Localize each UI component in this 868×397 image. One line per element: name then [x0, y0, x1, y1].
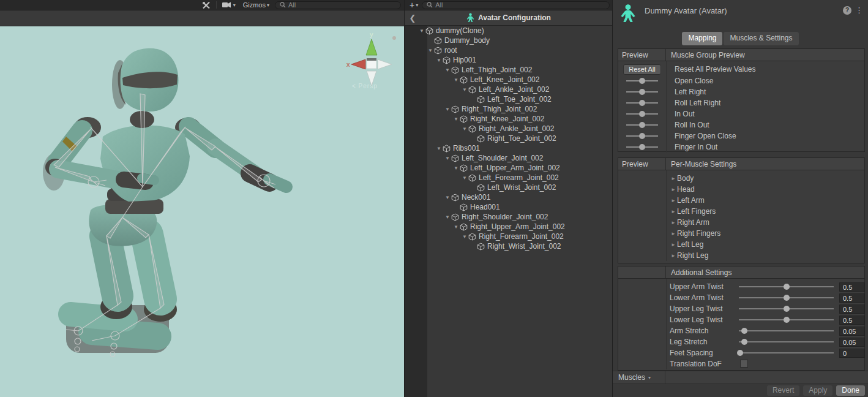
expand-arrow-icon[interactable]: ▼ — [452, 224, 460, 230]
muscle-group-row[interactable]: ►Right Leg — [618, 250, 864, 261]
tree-item[interactable]: ▼Right_Ankle_Joint_002 — [405, 124, 612, 134]
muscle-group-row[interactable]: ►Right Arm — [618, 217, 864, 228]
axis-y-cone[interactable] — [366, 39, 377, 55]
muscle-group-row[interactable]: ►Left Fingers — [618, 206, 864, 217]
muscle-group-row[interactable]: ►Left Arm — [618, 195, 864, 206]
slider-thumb[interactable] — [639, 111, 645, 117]
setting-value-field[interactable]: 0.05 — [839, 338, 865, 347]
expand-arrow-icon[interactable]: ▼ — [435, 146, 443, 151]
setting-value-field[interactable]: 0.5 — [839, 282, 865, 292]
setting-slider[interactable] — [739, 282, 834, 291]
muscle-preview-slider[interactable] — [626, 132, 658, 140]
tab-muscles-settings[interactable]: Muscles & Settings — [724, 32, 798, 45]
foldout-arrow-icon[interactable]: ► — [671, 209, 677, 214]
foldout-arrow-icon[interactable]: ► — [671, 198, 677, 203]
tree-item[interactable]: ▼Left_Upper_Arm_Joint_002 — [405, 163, 612, 173]
camera-view-button[interactable]: ▾ — [220, 1, 238, 10]
setting-slider[interactable] — [739, 316, 834, 324]
axis-x-cone[interactable] — [351, 59, 365, 69]
tree-item[interactable]: Right_Wrist_Joint_002 — [405, 241, 612, 251]
tree-item[interactable]: ▼Left_Forearm_Joint_002 — [405, 173, 612, 183]
tab-mapping[interactable]: Mapping — [682, 32, 722, 45]
slider-thumb[interactable] — [741, 339, 747, 345]
tree-item[interactable]: ▼Right_Thigh_Joint_002 — [405, 104, 612, 114]
tree-item[interactable]: Right_Toe_Joint_002 — [405, 134, 612, 143]
expand-arrow-icon[interactable]: ▼ — [435, 58, 443, 63]
expand-arrow-icon[interactable]: ▼ — [461, 126, 468, 132]
expand-arrow-icon[interactable]: ▼ — [461, 234, 468, 240]
tree-item[interactable]: ▼Left_Knee_Joint_002 — [405, 75, 612, 85]
muscle-preview-slider[interactable] — [626, 110, 658, 118]
foldout-arrow-icon[interactable]: ► — [671, 220, 677, 225]
expand-arrow-icon[interactable]: ▼ — [452, 77, 460, 83]
scene-search-input[interactable]: All — [275, 1, 401, 9]
slider-thumb[interactable] — [784, 295, 790, 301]
tree-item[interactable]: Head001 — [405, 202, 612, 212]
back-chevron-icon[interactable]: ❮ — [405, 13, 421, 23]
tree-item[interactable]: ▼dummy(Clone) — [405, 26, 612, 36]
slider-thumb[interactable] — [639, 100, 645, 106]
tree-item[interactable]: ▼Right_Shoulder_Joint_002 — [405, 212, 612, 222]
muscles-dropdown[interactable]: Muscles ▾ — [613, 371, 665, 384]
muscle-group-row[interactable]: ►Head — [618, 184, 864, 195]
setting-slider[interactable] — [739, 293, 834, 302]
muscle-preview-slider[interactable] — [626, 99, 658, 107]
setting-value-field[interactable]: 0.5 — [839, 316, 865, 325]
perspective-label[interactable]: < Persp — [352, 83, 378, 89]
tree-item[interactable]: ▼Left_Shoulder_Joint_002 — [405, 153, 612, 163]
slider-thumb[interactable] — [737, 350, 743, 356]
slider-thumb[interactable] — [741, 328, 747, 334]
foldout-arrow-icon[interactable]: ► — [671, 176, 677, 181]
slider-thumb[interactable] — [639, 133, 645, 139]
setting-value-field[interactable]: 0 — [839, 349, 865, 358]
tree-item[interactable]: ▼Left_Thigh_Joint_002 — [405, 65, 612, 75]
slider-thumb[interactable] — [784, 317, 790, 323]
expand-arrow-icon[interactable]: ▼ — [444, 107, 451, 112]
add-object-button[interactable]: + ▾ — [410, 1, 418, 10]
reset-all-button[interactable]: Reset All — [623, 64, 660, 75]
slider-thumb[interactable] — [784, 306, 790, 312]
expand-arrow-icon[interactable]: ▼ — [461, 175, 468, 181]
expand-arrow-icon[interactable]: ▼ — [444, 195, 451, 200]
setting-value-field[interactable]: 0.5 — [839, 304, 865, 314]
expand-arrow-icon[interactable]: ▼ — [452, 116, 460, 122]
muscle-preview-slider[interactable] — [626, 121, 658, 129]
tree-item[interactable]: ▼Right_Knee_Joint_002 — [405, 114, 612, 124]
translation-dof-checkbox[interactable] — [740, 360, 748, 368]
setting-value-field[interactable]: 0.05 — [839, 327, 865, 336]
expand-arrow-icon[interactable]: ▼ — [427, 48, 434, 53]
tree-item[interactable]: ▼Right_Upper_Arm_Joint_002 — [405, 222, 612, 232]
foldout-arrow-icon[interactable]: ► — [671, 242, 677, 248]
expand-arrow-icon[interactable]: ▼ — [444, 214, 451, 220]
tree-item[interactable]: ▼Hip001 — [405, 55, 612, 65]
expand-arrow-icon[interactable]: ▼ — [461, 87, 468, 93]
slider-thumb[interactable] — [784, 284, 790, 290]
muscle-preview-slider[interactable] — [626, 143, 658, 151]
tree-item[interactable]: ▼root — [405, 45, 612, 55]
expand-arrow-icon[interactable]: ▼ — [452, 165, 460, 171]
scene-viewport[interactable]: y x < Persp — [0, 26, 404, 397]
expand-arrow-icon[interactable]: ▼ — [444, 156, 451, 161]
tree-item[interactable]: ▼Neck001 — [405, 192, 612, 202]
slider-thumb[interactable] — [639, 78, 645, 84]
hierarchy-search-input[interactable]: All — [422, 1, 610, 9]
foldout-arrow-icon[interactable]: ► — [671, 231, 677, 236]
tools-button[interactable] — [200, 1, 212, 10]
setting-slider[interactable] — [739, 327, 834, 335]
expand-arrow-icon[interactable]: ▼ — [444, 67, 451, 73]
tree-item[interactable]: ▼Ribs001 — [405, 143, 612, 153]
done-button[interactable]: Done — [836, 385, 865, 396]
muscle-preview-slider[interactable] — [626, 77, 658, 85]
muscle-group-row[interactable]: ►Left Leg — [618, 239, 864, 250]
expand-arrow-icon[interactable]: ▼ — [418, 28, 425, 34]
setting-slider[interactable] — [739, 338, 834, 346]
muscle-group-row[interactable]: ►Right Fingers — [618, 228, 864, 239]
slider-thumb[interactable] — [639, 144, 645, 150]
slider-thumb[interactable] — [639, 122, 645, 128]
tree-item[interactable]: Left_Wrist_Joint_002 — [405, 183, 612, 192]
axis-neg-cone-right[interactable] — [378, 59, 392, 69]
foldout-arrow-icon[interactable]: ► — [671, 253, 677, 259]
gizmos-dropdown[interactable]: Gizmos ▾ — [241, 1, 271, 10]
setting-slider[interactable] — [739, 304, 834, 313]
slider-thumb[interactable] — [639, 89, 645, 95]
